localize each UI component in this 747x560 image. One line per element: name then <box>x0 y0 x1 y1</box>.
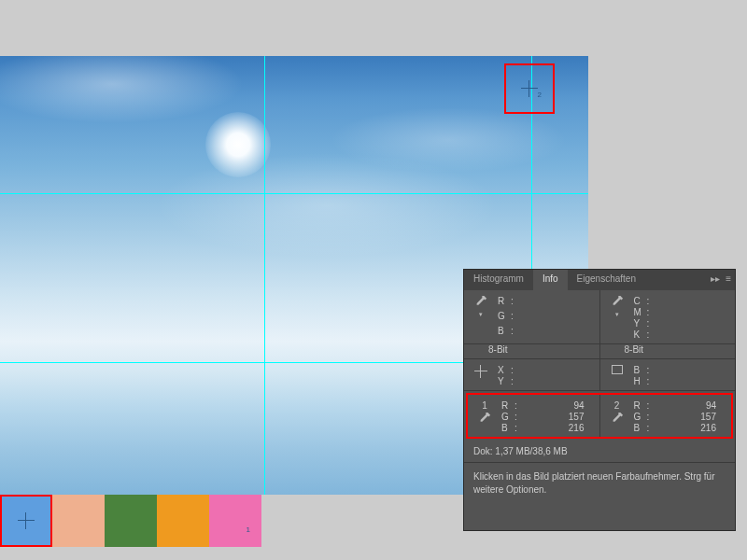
value-b <box>516 326 592 340</box>
cmyk-readout: ▾ C: M: Y: K: <box>599 290 736 343</box>
label-r: R <box>498 296 511 310</box>
crosshair-icon <box>474 365 487 378</box>
target-icon <box>18 512 35 529</box>
label-b: B <box>634 423 647 433</box>
value-g <box>516 311 592 325</box>
bits-right: 8-Bit <box>599 344 736 358</box>
sampler1-readout: 1 R:94 G:157 B:216 <box>468 395 599 437</box>
swatch-row: 1 <box>0 495 261 547</box>
label-c: C <box>634 296 647 306</box>
eyedropper-icon[interactable] <box>478 413 491 426</box>
bits-left: 8-Bit <box>464 344 599 358</box>
value-r <box>516 296 592 310</box>
eyedropper-icon[interactable] <box>611 413 624 426</box>
sampler1-r: 94 <box>520 400 592 411</box>
swatch-2[interactable] <box>52 495 105 547</box>
sampler2-b: 216 <box>653 423 725 433</box>
label-x: X <box>498 365 511 375</box>
label-r: R <box>634 400 647 411</box>
section-xy-wh: X: Y: B: H: <box>464 359 735 391</box>
sun-glow <box>205 112 271 177</box>
sampler-number: 1 <box>247 525 250 534</box>
label-b: B <box>501 423 514 433</box>
label-g: G <box>501 412 514 422</box>
label-b: B <box>498 326 511 340</box>
panel-menu-icon[interactable]: ≡ <box>726 273 731 284</box>
target-icon <box>521 80 538 97</box>
sampler2-g: 157 <box>653 412 725 422</box>
label-m: M <box>634 307 647 317</box>
guide-horizontal-1[interactable] <box>0 193 588 194</box>
collapse-icon[interactable]: ▸▸ <box>711 273 720 284</box>
swatch-3[interactable] <box>105 495 157 547</box>
sampler1-b: 216 <box>520 423 592 433</box>
sampler2-readout: 2 R:94 G:157 B:216 <box>599 395 732 437</box>
label-h: H <box>634 376 647 386</box>
color-sampler-2[interactable]: 2 <box>504 63 555 114</box>
label-k: K <box>634 329 647 340</box>
info-panel: Histogramm Info Eigenschaften ▸▸ ≡ ▾ R: … <box>463 269 736 531</box>
label-g: G <box>634 412 647 422</box>
sampler1-g: 157 <box>520 412 592 422</box>
sampler-values-highlight: 1 R:94 G:157 B:216 2 R:94 G:157 B:216 <box>466 393 733 439</box>
hint-text: Klicken in das Bild platziert neuen Farb… <box>464 463 735 530</box>
xy-readout: X: Y: <box>464 359 599 390</box>
dimensions-icon <box>612 365 623 374</box>
label-y: Y <box>498 376 511 386</box>
tab-info[interactable]: Info <box>533 270 568 290</box>
document-size: Dok: 1,37 MB/38,6 MB <box>464 441 735 463</box>
sampler-index: 2 <box>613 400 622 411</box>
label-r: R <box>501 400 514 411</box>
guide-vertical-1[interactable] <box>264 56 265 495</box>
swatch-5[interactable] <box>209 495 261 547</box>
wh-readout: B: H: <box>599 359 736 390</box>
label-g: G <box>498 311 511 325</box>
panel-tabs: Histogramm Info Eigenschaften ▸▸ ≡ <box>464 270 735 290</box>
label-y: Y <box>634 318 647 329</box>
label-w: B <box>634 365 647 375</box>
tab-histogram[interactable]: Histogramm <box>464 270 533 290</box>
sampler2-r: 94 <box>653 400 725 411</box>
tab-properties[interactable]: Eigenschaften <box>568 270 645 290</box>
sampler-number: 2 <box>538 91 542 99</box>
rgb-readout: ▾ R: G: B: <box>464 290 599 343</box>
eyedropper-icon[interactable] <box>474 296 487 309</box>
sampler-index: 1 <box>480 400 489 411</box>
eyedropper-icon[interactable] <box>611 296 624 309</box>
swatch-4[interactable] <box>157 495 209 547</box>
swatch-1-selected[interactable]: 1 <box>0 495 52 547</box>
section-samplers: 1 R:94 G:157 B:216 2 R:94 G:157 B:216 <box>468 395 731 437</box>
section-rgb-cmyk: ▾ R: G: B: ▾ C: M: Y: K: <box>464 290 735 344</box>
